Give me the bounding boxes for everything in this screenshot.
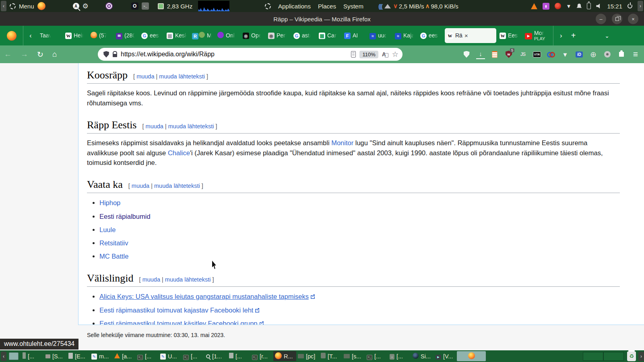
external-link[interactable]: Alicia Keys: USA valitsus leiutas gangst… <box>99 293 309 300</box>
hamburger-menu-icon[interactable]: ≡ <box>631 49 640 59</box>
mate-menu-icon[interactable] <box>10 3 16 9</box>
taskbar-window-button[interactable]: [S... <box>44 351 67 361</box>
taskbar-window-button[interactable] <box>457 351 486 361</box>
close-button[interactable]: × <box>628 14 638 24</box>
show-desktop-button[interactable] <box>9 352 19 360</box>
protections-shield-icon[interactable] <box>462 49 471 59</box>
downloads-icon[interactable]: ↓ <box>476 49 485 59</box>
media-tray-icon[interactable]: ▮ <box>543 3 549 10</box>
external-link[interactable]: Eesti räpimaastikul toimuvat kajastav Fa… <box>99 306 253 314</box>
firefox-launcher-icon[interactable] <box>37 2 45 10</box>
internal-link[interactable]: Hiphop <box>99 199 120 206</box>
chalice-link[interactable]: Chalice <box>168 149 190 156</box>
browser-tab[interactable]: ▶ Mor PLAY <box>523 26 548 45</box>
browser-tab[interactable]: R M <box>190 26 215 45</box>
muuda-lahteteksti-link[interactable]: muuda lähteteksti <box>154 183 200 189</box>
browser-tab[interactable]: ◉ Ope <box>241 26 266 45</box>
tab-close-icon[interactable]: × <box>464 32 468 39</box>
taskbar-window-button[interactable]: [... <box>21 351 44 361</box>
browser-tab[interactable]: G eest <box>139 26 165 45</box>
url-text[interactable]: https://et.wikipedia.org/wiki/Räpp <box>121 51 347 58</box>
workspace-1[interactable] <box>583 352 603 361</box>
vlc-tray-icon[interactable] <box>531 3 537 9</box>
muuda-link[interactable]: muuda <box>146 123 163 130</box>
filter-triangle-icon[interactable]: ▼ <box>561 49 570 59</box>
taskbar-window-button[interactable]: ↓ [... <box>388 351 411 361</box>
volume-icon[interactable] <box>596 4 602 9</box>
taskbar-window-button[interactable]: >_ [... <box>365 351 388 361</box>
translate-icon[interactable]: A <box>382 51 388 58</box>
muuda-link[interactable]: muuda <box>132 183 149 189</box>
taskbar-window-button[interactable]: >_ [... <box>136 351 159 361</box>
browser-tab[interactable]: F AI i <box>342 26 367 45</box>
taskbar-window-button[interactable]: ▶ [V... <box>434 351 457 361</box>
power-icon[interactable] <box>627 4 632 8</box>
tab-scroll-left-icon[interactable]: ‹ <box>23 32 38 39</box>
bookmark-star-icon[interactable]: ☆ <box>392 50 398 59</box>
muuda-link[interactable]: muuda <box>142 276 160 283</box>
taskbar-window-button[interactable]: >_ [r... <box>250 351 273 361</box>
browser-tab[interactable]: ▦ Kesk <box>165 26 190 45</box>
taskbar-window-button[interactable]: [T... <box>319 351 342 361</box>
browser-tab[interactable]: W Eest <box>497 26 523 45</box>
browser-tab[interactable]: ≈ Kaja <box>393 26 418 45</box>
system-menu[interactable]: System <box>343 3 363 10</box>
browser-tab[interactable]: ≈ uud <box>367 26 393 45</box>
browser-tab[interactable]: ◉ Perf <box>266 26 291 45</box>
browser-tab[interactable]: (57 <box>89 26 114 45</box>
clock[interactable]: 15:21 <box>607 3 622 10</box>
settings-gear-icon[interactable]: ⚙ <box>83 3 89 10</box>
muuda-lahteteksti-link[interactable]: muuda lähteteksti <box>159 73 205 80</box>
all-tabs-dropdown-icon[interactable]: ⌄ <box>605 33 609 39</box>
tab-scroll-right-icon[interactable]: › <box>553 26 562 45</box>
back-button[interactable]: ← <box>4 50 12 59</box>
taskbar-window-button[interactable]: [1... <box>204 351 227 361</box>
taskbar-window-button[interactable]: R... <box>273 351 296 361</box>
globe-extension-icon[interactable]: ⊕ <box>589 49 598 59</box>
home-button[interactable]: ⌂ <box>52 50 57 59</box>
ublock-extension-icon[interactable]: w5 <box>504 49 513 59</box>
battery-icon[interactable] <box>587 3 591 9</box>
notes-extension-icon[interactable] <box>490 49 499 59</box>
wifi-icon[interactable] <box>384 4 391 8</box>
taskbar-window-button[interactable]: ✎ m... <box>90 351 113 361</box>
taskbar-scroll-right-icon[interactable]: › <box>638 352 644 361</box>
taskbar-window-button[interactable]: [pc] <box>296 351 319 361</box>
panel-scroll-left-icon[interactable]: ‹ <box>1 1 6 11</box>
vtr-extension-icon[interactable]: VTR <box>533 49 541 59</box>
new-tab-button[interactable]: + <box>571 31 576 40</box>
tor-browser-icon[interactable] <box>105 2 113 10</box>
forward-button[interactable]: → <box>21 50 28 59</box>
taskbar-scroll-left-icon[interactable]: ‹ <box>1 352 6 361</box>
applications-menu[interactable]: Applications <box>278 3 311 10</box>
dropdown-tray-icon[interactable]: ▼ <box>566 3 572 9</box>
taskbar-window-button[interactable]: [a... <box>113 351 136 361</box>
reader-mode-icon[interactable] <box>351 51 356 58</box>
browser-tab[interactable]: W Rä × <box>445 28 496 43</box>
muuda-link[interactable]: muuda <box>136 73 154 80</box>
places-menu[interactable]: Places <box>318 3 336 10</box>
record-tray-icon[interactable] <box>555 3 561 9</box>
menu-button[interactable]: Menu <box>19 3 34 10</box>
extensions-puzzle-icon[interactable] <box>617 49 626 59</box>
id-extension-icon[interactable]: iD <box>575 49 584 59</box>
tracking-protection-shield-icon[interactable] <box>103 51 109 58</box>
browser-tab[interactable]: ▦ Can <box>317 26 342 45</box>
restore-button[interactable] <box>612 14 622 24</box>
internal-link[interactable]: Luule <box>99 226 116 233</box>
taskbar-window-button[interactable]: >_ [... <box>182 351 204 361</box>
javascript-toggle-icon[interactable]: JS <box>518 49 527 59</box>
window-titlebar[interactable]: Räpp – Vikipeedia — Mozilla Firefox – × <box>0 12 644 26</box>
screenshot-extension-icon[interactable] <box>603 49 612 59</box>
internal-link[interactable]: Eesti räpialbumid <box>99 213 151 220</box>
trash-icon[interactable]: ♻ <box>627 352 636 361</box>
notifications-bell-icon[interactable] <box>576 4 582 9</box>
taskbar-window-button[interactable]: Si... <box>411 351 434 361</box>
reload-button[interactable]: ↻ <box>37 50 43 59</box>
external-link[interactable]: Eesti räpimaastikul toimuvat käsitlev Fa… <box>99 320 258 325</box>
muuda-lahteteksti-link[interactable]: muuda lähteteksti <box>165 276 211 283</box>
browser-tab[interactable]: G eest <box>418 26 444 45</box>
minimize-button[interactable]: – <box>596 14 606 24</box>
opera-icon[interactable]: O <box>131 2 138 10</box>
firefox-app-button[interactable] <box>0 26 23 45</box>
